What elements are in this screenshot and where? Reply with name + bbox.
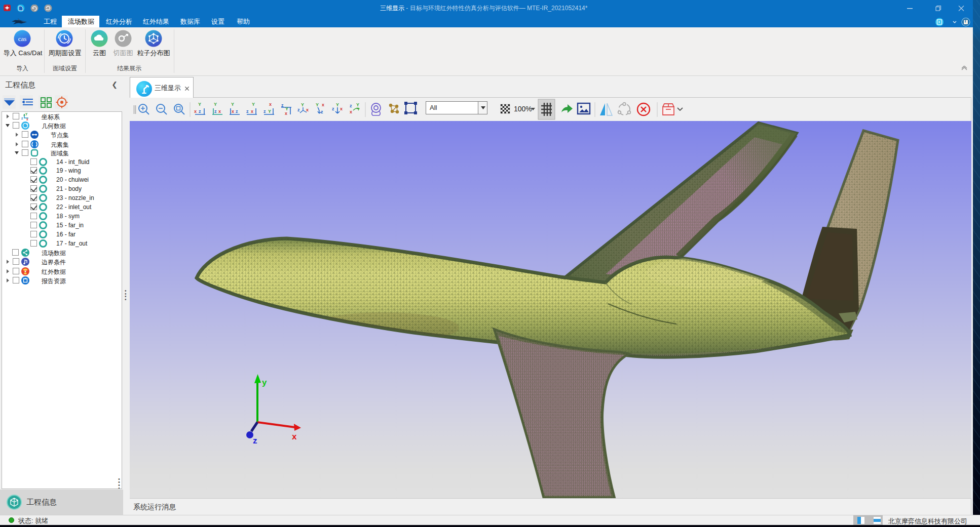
svg-text:x: x <box>26 117 28 120</box>
svg-text:Y: Y <box>198 102 201 107</box>
svg-text:Y: Y <box>252 102 255 107</box>
svg-text:Y: Y <box>316 102 319 107</box>
svg-text:Y: Y <box>214 102 217 107</box>
svg-text:x: x <box>232 109 234 114</box>
svg-text:x: x <box>218 109 221 114</box>
svg-text:z: z <box>199 109 201 114</box>
svg-text:z: z <box>246 109 249 114</box>
svg-text:z: z <box>281 103 284 108</box>
svg-text:z: z <box>21 116 23 120</box>
svg-text:Y: Y <box>25 112 28 116</box>
svg-text:x: x <box>292 432 297 441</box>
svg-text:100%: 100% <box>514 105 532 113</box>
svg-text:Y: Y <box>356 102 359 107</box>
svg-text:Y: Y <box>231 102 234 107</box>
svg-text:cas: cas <box>18 35 27 43</box>
svg-text:z: z <box>236 109 238 114</box>
svg-text:z: z <box>253 436 257 445</box>
svg-text:x: x <box>194 109 197 114</box>
svg-text:x: x <box>322 102 324 107</box>
svg-text:y: y <box>262 378 267 387</box>
svg-text:x: x <box>269 102 272 107</box>
svg-text:x: x <box>340 106 343 111</box>
svg-text:Y: Y <box>301 102 304 107</box>
svg-text:x: x <box>306 107 309 112</box>
svg-text:z: z <box>321 109 323 114</box>
svg-text:z: z <box>332 106 334 111</box>
svg-text:Y: Y <box>336 102 339 107</box>
svg-text:z: z <box>214 109 217 114</box>
svg-text:x: x <box>251 109 253 114</box>
svg-text:x: x <box>350 109 352 114</box>
svg-text:z: z <box>263 109 266 114</box>
svg-text:z: z <box>350 103 352 108</box>
svg-text:z: z <box>297 107 300 112</box>
svg-text:Y: Y <box>268 109 271 114</box>
svg-text:x: x <box>285 111 287 116</box>
